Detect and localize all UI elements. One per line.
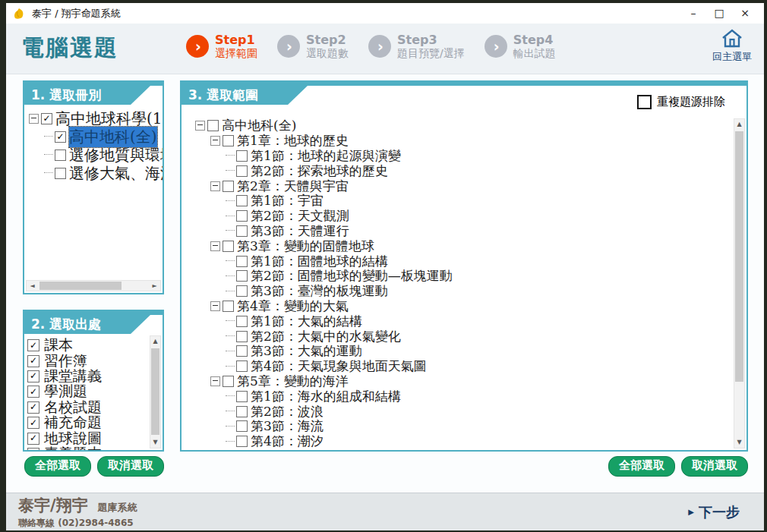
checkbox[interactable]	[236, 316, 248, 327]
checkbox[interactable]	[236, 406, 248, 417]
tree-item[interactable]: 第2節：探索地球的歷史	[192, 163, 745, 178]
deselect-button[interactable]: 取消選取	[97, 456, 164, 477]
scrollbar-thumb[interactable]	[735, 131, 743, 382]
home-button[interactable]: 回主選單	[709, 28, 755, 64]
checkbox[interactable]	[236, 256, 248, 267]
scroll-up-icon[interactable]: ▲	[734, 119, 744, 130]
checkbox[interactable]	[236, 165, 248, 177]
tree-item-label[interactable]: 第4節：潮汐	[251, 433, 324, 450]
checkbox[interactable]	[55, 150, 66, 161]
checkbox[interactable]	[236, 285, 248, 297]
tree-item[interactable]: 第3節：大氣的運動	[192, 344, 745, 359]
checkbox[interactable]	[236, 195, 248, 206]
tree-item[interactable]: 第2節：天文觀測	[192, 209, 745, 224]
dedupe-checkbox[interactable]	[637, 95, 652, 109]
tree-item-label[interactable]: 選修大氣、海洋	[69, 163, 164, 184]
tree-item[interactable]: 高中地科(全)	[192, 118, 745, 134]
vertical-scrollbar[interactable]: ▲ ▼	[150, 335, 161, 449]
checkbox[interactable]	[236, 345, 248, 357]
maximize-button[interactable]: □	[706, 3, 732, 24]
checkbox[interactable]	[236, 225, 248, 237]
checkbox[interactable]	[223, 241, 234, 252]
page-title: 電腦選題	[21, 33, 118, 64]
expander-minus-icon[interactable]	[29, 114, 39, 124]
scroll-down-icon[interactable]: ▼	[150, 437, 160, 448]
tree-item[interactable]: 第4節：潮汐	[192, 434, 745, 449]
checkbox[interactable]	[236, 150, 248, 162]
checkbox[interactable]	[223, 301, 234, 312]
tree-item-label[interactable]: 高中地球科學(108課綱)	[55, 109, 164, 129]
tree-item[interactable]: ✓高中地科(全)	[26, 127, 161, 146]
minimize-button[interactable]: –	[680, 3, 706, 24]
select-all-button[interactable]: 全部選取	[24, 456, 91, 477]
scrollbar-thumb[interactable]	[39, 282, 122, 290]
tree-item[interactable]: 第5章：變動的海洋	[192, 374, 745, 389]
checkbox[interactable]	[223, 135, 234, 146]
checkbox[interactable]	[55, 168, 66, 179]
checkbox[interactable]: ✓	[27, 433, 39, 445]
expander-minus-icon[interactable]	[210, 181, 220, 191]
tree-item[interactable]: 第1節：宇宙	[192, 194, 745, 209]
expander-minus-icon[interactable]	[210, 241, 220, 251]
tree-item[interactable]: 第3節：天體運行	[192, 224, 745, 239]
checkbox[interactable]	[207, 120, 219, 131]
checkbox[interactable]	[236, 210, 248, 222]
next-step-button[interactable]: ▶ 下一步	[688, 503, 740, 521]
checkbox[interactable]: ✓	[27, 417, 39, 429]
scrollbar-thumb[interactable]	[151, 348, 159, 435]
checkbox[interactable]: ✓	[27, 401, 39, 414]
select-all-button[interactable]: 全部選取	[608, 456, 675, 477]
tree-item[interactable]: 第2章：天體與宇宙	[192, 178, 745, 194]
list-item[interactable]: ✓素養題本	[27, 446, 161, 452]
deselect-button[interactable]: 取消選取	[681, 456, 748, 477]
tree-item[interactable]: 第4章：變動的大氣	[192, 299, 745, 314]
checkbox[interactable]: ✓	[27, 386, 39, 398]
checkbox[interactable]: ✓	[41, 113, 52, 124]
tree-item[interactable]: 選修大氣、海洋	[26, 164, 161, 182]
checkbox[interactable]: ✓	[55, 131, 66, 143]
checkbox[interactable]: ✓	[27, 339, 39, 351]
checkbox[interactable]: ✓	[27, 355, 39, 367]
tree-item-label[interactable]: 選修地質與環境	[69, 145, 164, 165]
tree-item[interactable]: ✓高中地球科學(108課綱)	[26, 109, 161, 127]
dedupe-option[interactable]: 重複題源排除	[637, 95, 725, 109]
checkbox[interactable]	[236, 270, 248, 282]
checkbox[interactable]	[223, 181, 234, 192]
range-tree: 高中地科(全)第1章：地球的歷史第1節：地球的起源與演變第2節：探索地球的歷史第…	[181, 105, 746, 449]
checkbox[interactable]	[236, 420, 248, 432]
tree-item-label[interactable]: 高中地科(全)	[69, 127, 157, 147]
tree-item[interactable]: 第1節：海水的組成和結構	[192, 389, 745, 404]
tree-item[interactable]: 選修地質與環境	[26, 146, 161, 164]
tree-item[interactable]: 第2節：大氣中的水氣變化	[192, 329, 745, 344]
scroll-up-icon[interactable]: ▲	[150, 336, 160, 347]
expander-minus-icon[interactable]	[210, 376, 220, 386]
tree-item[interactable]: 第1節：大氣的結構	[192, 313, 745, 329]
tree-item[interactable]: 第2節：波浪	[192, 404, 745, 419]
list-item-label[interactable]: 素養題本	[44, 444, 102, 452]
checkbox[interactable]	[236, 391, 248, 402]
checkbox[interactable]	[223, 376, 234, 387]
tree-item[interactable]: 第1節：固體地球的結構	[192, 253, 745, 269]
home-button-label: 回主選單	[709, 50, 755, 64]
tree-item[interactable]: 第1章：地球的歷史	[192, 134, 745, 149]
checkbox[interactable]: ✓	[27, 370, 39, 382]
horizontal-scrollbar[interactable]: ◄ ►	[26, 280, 161, 291]
close-button[interactable]: ×	[732, 3, 758, 24]
checkbox[interactable]: ✓	[27, 448, 39, 452]
scroll-right-icon[interactable]: ►	[149, 281, 160, 291]
tree-item[interactable]: 第1節：地球的起源與演變	[192, 149, 745, 164]
expander-minus-icon[interactable]	[195, 121, 205, 131]
tree-item[interactable]: 第3節：海流	[192, 419, 745, 434]
checkbox[interactable]	[236, 331, 248, 342]
tree-item[interactable]: 第3章：變動的固體地球	[192, 238, 745, 253]
checkbox[interactable]	[236, 436, 248, 447]
tree-item[interactable]: 第4節：天氣現象與地面天氣圖	[192, 359, 745, 374]
expander-minus-icon[interactable]	[210, 301, 220, 311]
checkbox[interactable]	[236, 360, 248, 372]
expander-minus-icon[interactable]	[210, 136, 220, 146]
vertical-scrollbar[interactable]: ▲ ▼	[734, 118, 745, 449]
tree-item[interactable]: 第3節：臺灣的板塊運動	[192, 284, 745, 299]
tree-item[interactable]: 第2節：固體地球的變動—板塊運動	[192, 269, 745, 284]
scroll-left-icon[interactable]: ◄	[27, 281, 38, 291]
scroll-down-icon[interactable]: ▼	[734, 437, 744, 448]
